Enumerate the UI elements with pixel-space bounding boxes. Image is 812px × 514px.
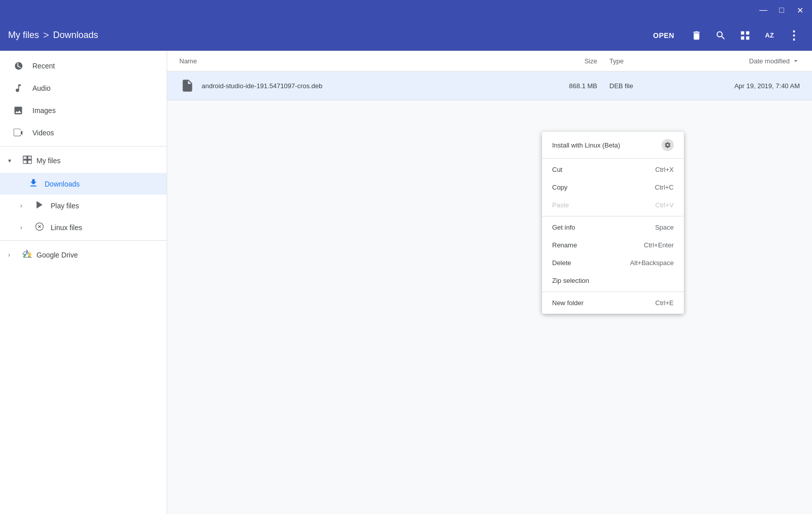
linux-files-icon bbox=[34, 222, 45, 233]
sidebar-item-images[interactable]: Images bbox=[0, 99, 167, 122]
sidebar-item-videos[interactable]: Videos bbox=[0, 122, 167, 144]
sidebar-item-linux-files[interactable]: › Linux files bbox=[0, 216, 167, 238]
file-row[interactable]: android-studio-ide-191.5471097-cros.deb … bbox=[167, 71, 812, 100]
play-files-label: Play files bbox=[51, 202, 79, 210]
sidebar-item-videos-label: Videos bbox=[32, 129, 54, 137]
main-layout: Recent Audio Images Videos ▾ bbox=[0, 51, 812, 514]
context-menu-item-delete[interactable]: Delete Alt+Backspace bbox=[542, 254, 684, 272]
image-icon bbox=[12, 105, 24, 116]
googledrive-label: Google Drive bbox=[36, 251, 78, 259]
clock-icon bbox=[12, 61, 24, 71]
new-folder-shortcut: Ctrl+E bbox=[655, 299, 674, 307]
context-menu-item-new-folder[interactable]: New folder Ctrl+E bbox=[542, 294, 684, 312]
title-bar: — □ ✕ bbox=[0, 0, 812, 20]
new-folder-label: New folder bbox=[552, 299, 584, 307]
context-menu-item-copy[interactable]: Copy Ctrl+C bbox=[542, 178, 684, 196]
header-actions: OPEN AZ ⋮ bbox=[645, 25, 804, 46]
more-icon: ⋮ bbox=[788, 28, 800, 43]
get-info-shortcut: Space bbox=[655, 224, 674, 231]
play-files-icon bbox=[34, 200, 45, 211]
get-info-label: Get info bbox=[552, 224, 575, 231]
video-icon bbox=[12, 128, 24, 138]
file-name: android-studio-ide-191.5471097-cros.deb bbox=[202, 82, 536, 90]
downloads-label: Downloads bbox=[45, 180, 80, 188]
linux-files-chevron-icon: › bbox=[20, 224, 28, 231]
sidebar-item-downloads[interactable]: Downloads bbox=[0, 173, 167, 195]
close-button[interactable]: ✕ bbox=[792, 2, 808, 18]
sort-button[interactable]: AZ bbox=[759, 25, 780, 46]
col-date-header: Date modified bbox=[673, 57, 800, 65]
more-options-button[interactable]: ⋮ bbox=[784, 25, 804, 46]
copy-shortcut: Ctrl+C bbox=[655, 183, 674, 191]
cut-label: Cut bbox=[552, 166, 562, 173]
sidebar-item-audio[interactable]: Audio bbox=[0, 77, 167, 99]
install-label: Install with Linux (Beta) bbox=[552, 141, 620, 149]
header-bar: My files > Downloads OPEN AZ ⋮ bbox=[0, 20, 812, 51]
googledrive-chevron-icon: › bbox=[8, 251, 16, 259]
window-controls: — □ ✕ bbox=[755, 2, 808, 18]
file-type: DEB file bbox=[597, 82, 673, 90]
svg-marker-1 bbox=[36, 201, 43, 209]
search-icon bbox=[715, 30, 726, 41]
col-name-header: Name bbox=[179, 57, 536, 65]
sidebar: Recent Audio Images Videos ▾ bbox=[0, 51, 167, 514]
minimize-button[interactable]: — bbox=[755, 2, 771, 18]
sidebar-divider-2 bbox=[0, 240, 167, 241]
audio-icon bbox=[12, 83, 24, 93]
sidebar-item-images-label: Images bbox=[32, 106, 56, 115]
context-menu-item-zip[interactable]: Zip selection bbox=[542, 272, 684, 289]
linux-files-label: Linux files bbox=[51, 224, 82, 232]
breadcrumb-current[interactable]: Downloads bbox=[53, 30, 98, 41]
delete-icon bbox=[691, 30, 702, 41]
col-size-header: Size bbox=[536, 57, 597, 65]
file-area: Name Size Type Date modified android-stu… bbox=[167, 51, 812, 514]
myfiles-chevron-icon: ▾ bbox=[8, 157, 16, 164]
context-menu-divider-3 bbox=[542, 291, 684, 292]
sort-desc-icon bbox=[792, 57, 800, 65]
sidebar-section-myfiles[interactable]: ▾ My files bbox=[0, 149, 167, 173]
sidebar-item-audio-label: Audio bbox=[32, 84, 51, 92]
context-menu-divider-2 bbox=[542, 216, 684, 216]
breadcrumb-separator: > bbox=[43, 29, 49, 41]
play-files-chevron-icon: › bbox=[20, 202, 28, 209]
context-menu-item-paste[interactable]: Paste Ctrl+V bbox=[542, 196, 684, 214]
copy-label: Copy bbox=[552, 183, 567, 191]
sidebar-section-googledrive[interactable]: › Google Drive bbox=[0, 243, 167, 267]
delete-label: Delete bbox=[552, 259, 571, 267]
context-menu-item-cut[interactable]: Cut Ctrl+X bbox=[542, 161, 684, 178]
sidebar-item-play-files[interactable]: › Play files bbox=[0, 195, 167, 216]
paste-label: Paste bbox=[552, 201, 569, 209]
googledrive-icon bbox=[22, 249, 32, 261]
sidebar-divider-1 bbox=[0, 146, 167, 146]
sidebar-item-recent[interactable]: Recent bbox=[0, 55, 167, 77]
zip-label: Zip selection bbox=[552, 277, 589, 284]
file-list-header: Name Size Type Date modified bbox=[167, 51, 812, 71]
context-menu-item-rename[interactable]: Rename Ctrl+Enter bbox=[542, 236, 684, 254]
download-icon bbox=[28, 178, 38, 190]
sort-label: AZ bbox=[765, 31, 774, 39]
gear-icon bbox=[662, 139, 674, 151]
file-size: 868.1 MB bbox=[536, 82, 597, 90]
delete-button[interactable] bbox=[686, 25, 707, 46]
cut-shortcut: Ctrl+X bbox=[655, 166, 674, 173]
myfiles-icon bbox=[22, 155, 32, 167]
grid-icon bbox=[740, 30, 751, 41]
rename-shortcut: Ctrl+Enter bbox=[644, 241, 674, 249]
paste-shortcut: Ctrl+V bbox=[655, 201, 674, 209]
breadcrumb: My files > Downloads bbox=[8, 29, 98, 41]
breadcrumb-root[interactable]: My files bbox=[8, 30, 39, 41]
context-menu: Install with Linux (Beta) Cut Ctrl+X Cop… bbox=[542, 132, 684, 314]
col-type-header: Type bbox=[597, 57, 673, 65]
context-menu-item-install[interactable]: Install with Linux (Beta) bbox=[542, 134, 684, 156]
maximize-button[interactable]: □ bbox=[774, 2, 790, 18]
grid-view-button[interactable] bbox=[735, 25, 755, 46]
file-date: Apr 19, 2019, 7:40 AM bbox=[673, 82, 800, 90]
sidebar-item-recent-label: Recent bbox=[32, 62, 55, 70]
context-menu-divider-1 bbox=[542, 158, 684, 159]
open-button[interactable]: OPEN bbox=[645, 27, 682, 44]
search-button[interactable] bbox=[711, 25, 731, 46]
file-icon bbox=[179, 78, 196, 94]
delete-shortcut: Alt+Backspace bbox=[630, 259, 674, 267]
rename-label: Rename bbox=[552, 241, 577, 249]
context-menu-item-get-info[interactable]: Get info Space bbox=[542, 218, 684, 236]
